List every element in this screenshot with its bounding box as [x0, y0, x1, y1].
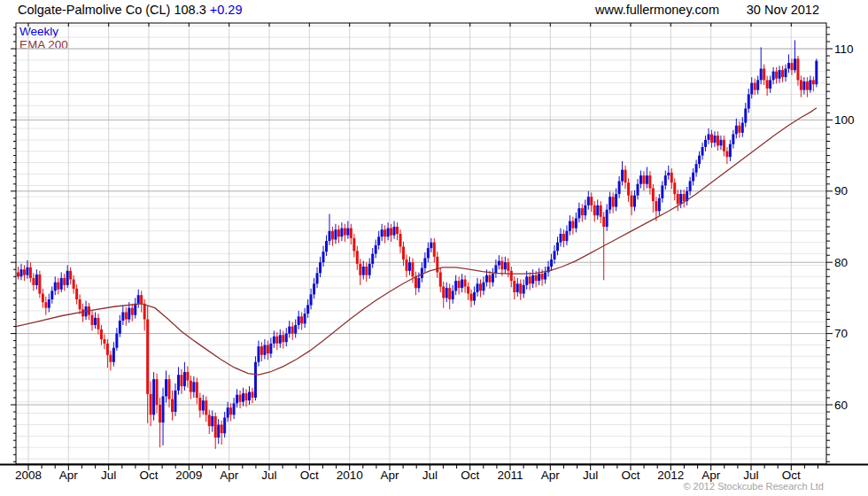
svg-text:80: 80: [834, 256, 848, 269]
price-chart: 607080901001102008AprJulOct2009AprJulOct…: [0, 0, 868, 496]
svg-text:100: 100: [834, 113, 855, 127]
copyright-notice: © 2012 Stockcube Research Ltd: [683, 481, 824, 492]
svg-text:Apr: Apr: [701, 469, 721, 482]
svg-text:2012: 2012: [657, 469, 684, 482]
svg-text:Apr: Apr: [59, 469, 79, 482]
svg-text:Oct: Oct: [621, 469, 639, 482]
y-axis-labels: 60708090100110: [834, 43, 855, 412]
svg-text:Oct: Oct: [782, 469, 801, 482]
gridlines-vertical: [28, 23, 791, 464]
svg-text:Jul: Jul: [583, 469, 598, 482]
ema-200-line: [16, 108, 817, 376]
x-axis-labels: 2008AprJulOct2009AprJulOct2010AprJulOct2…: [15, 469, 801, 482]
svg-text:Jul: Jul: [743, 469, 758, 482]
svg-text:Apr: Apr: [380, 469, 399, 482]
svg-text:90: 90: [834, 184, 848, 198]
svg-text:2010: 2010: [337, 469, 363, 482]
chart-window: Colgate-Palmolive Co (CL) 108.3 +0.29 ww…: [0, 0, 868, 496]
svg-text:Apr: Apr: [220, 469, 239, 482]
svg-text:Oct: Oct: [461, 469, 479, 482]
svg-text:110: 110: [834, 43, 854, 56]
svg-text:2009: 2009: [175, 469, 202, 482]
svg-text:Oct: Oct: [139, 469, 158, 482]
svg-text:Jul: Jul: [101, 469, 116, 482]
svg-text:60: 60: [834, 399, 848, 412]
svg-text:Jul: Jul: [422, 469, 438, 482]
gridlines-minor-horizontal: [16, 26, 826, 459]
svg-text:2011: 2011: [497, 469, 523, 482]
svg-text:Oct: Oct: [300, 469, 319, 482]
svg-text:Jul: Jul: [261, 469, 276, 482]
gridlines-major-horizontal: [16, 49, 826, 405]
candlesticks: [17, 40, 818, 448]
svg-text:2008: 2008: [15, 469, 42, 482]
svg-text:Apr: Apr: [541, 469, 561, 482]
axis-ticks: [11, 23, 833, 470]
svg-text:70: 70: [834, 327, 848, 340]
